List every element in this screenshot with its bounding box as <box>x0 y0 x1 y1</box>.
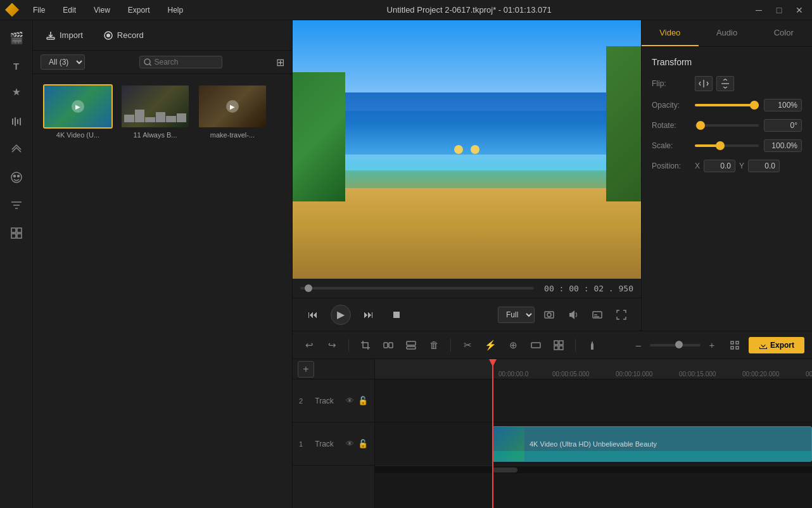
skip-forward-button[interactable]: ⏭ <box>358 305 379 325</box>
track-1-lock-icon[interactable]: 🔓 <box>358 439 368 448</box>
scrubber-bar[interactable]: 00 : 00 : 02 . 950 <box>293 279 641 298</box>
search-input[interactable] <box>155 58 218 67</box>
sidebar-icon-effects[interactable] <box>4 81 29 106</box>
media-thumb-1: ▶ <box>43 84 113 129</box>
audio-button[interactable] <box>564 305 583 324</box>
detach-button[interactable] <box>402 336 420 354</box>
minimize-button[interactable]: ─ <box>751 3 766 18</box>
scale-controls <box>695 144 759 147</box>
settings-button[interactable] <box>726 336 744 354</box>
track-2-lock-icon[interactable]: 🔓 <box>358 396 368 405</box>
flip-vertical-button[interactable] <box>716 76 734 91</box>
track-2-label: Track <box>315 397 334 405</box>
cut-button[interactable]: ✂ <box>459 336 476 354</box>
media-label-3: make-travel-... <box>210 131 255 139</box>
rotate-row: Rotate: 0° <box>652 119 802 132</box>
delete-button[interactable]: 🗑 <box>425 336 443 354</box>
tab-video[interactable]: Video <box>642 20 699 46</box>
split-button[interactable] <box>379 336 397 354</box>
maximize-button[interactable]: □ <box>771 3 787 18</box>
sidebar-icon-panels[interactable] <box>4 220 29 246</box>
media-thumb-2 <box>120 84 190 129</box>
sidebar-icon-transitions[interactable] <box>4 137 29 162</box>
sidebar-icon-text[interactable]: T <box>4 53 29 79</box>
quality-select[interactable]: Full 1/2 1/4 <box>498 307 535 323</box>
timeline-scrollbar[interactable] <box>375 466 812 473</box>
media-item-1[interactable]: ▶ 4K Video (U... <box>43 84 113 139</box>
export-button[interactable]: Export <box>749 337 804 353</box>
zoom-slider[interactable] <box>650 344 701 346</box>
scrubber-track[interactable] <box>300 287 534 289</box>
window-title: Untitled Project 2-0617.tkproj* - 01:01:… <box>387 5 552 15</box>
time-ruler: 00:00:00.0 00:00:05.000 00:00:10.000 00:… <box>375 359 812 379</box>
svg-rect-30 <box>736 346 739 349</box>
opacity-slider[interactable] <box>695 104 759 106</box>
zoom-out-button[interactable]: – <box>630 336 647 354</box>
screenshot-button[interactable] <box>540 305 559 324</box>
timeline-tracks[interactable]: 00:00:00.0 00:00:05.000 00:00:10.000 00:… <box>375 359 812 508</box>
track-2-visibility-icon[interactable]: 👁 <box>346 396 354 405</box>
grid-view-button[interactable]: ⊞ <box>276 56 284 68</box>
svg-rect-3 <box>20 118 21 125</box>
skip-back-button[interactable]: ⏮ <box>303 305 323 325</box>
marker-button[interactable] <box>583 336 601 354</box>
video-frame <box>293 20 641 279</box>
stop-button[interactable]: ⏹ <box>386 305 407 325</box>
play-button[interactable]: ▶ <box>331 305 351 325</box>
group-button[interactable] <box>550 336 568 354</box>
scrollbar-thumb[interactable] <box>492 467 517 473</box>
scale-label: Scale: <box>652 141 690 150</box>
filter-dropdown[interactable]: All (3) <box>41 54 85 70</box>
svg-rect-1 <box>15 117 16 126</box>
add-track-button[interactable]: + <box>298 361 314 378</box>
playback-buttons: ⏮ ▶ ⏭ ⏹ <box>303 305 407 325</box>
sidebar-icon-audio[interactable] <box>4 109 29 134</box>
menu-file[interactable]: File <box>29 4 49 16</box>
menu-help[interactable]: Help <box>164 4 187 16</box>
close-button[interactable]: ✕ <box>792 3 807 18</box>
sidebar-icon-stickers[interactable] <box>4 165 29 190</box>
trim-button[interactable] <box>527 336 545 354</box>
fullscreen-button[interactable] <box>612 305 631 324</box>
scrubber-thumb[interactable] <box>305 284 312 292</box>
captions-button[interactable] <box>588 305 607 324</box>
undo-button[interactable]: ↩ <box>300 336 318 354</box>
rotate-slider[interactable] <box>695 124 759 127</box>
redo-button[interactable]: ↪ <box>323 336 341 354</box>
record-button[interactable]: Record <box>98 28 149 43</box>
tab-audio[interactable]: Audio <box>699 20 756 46</box>
flip-controls <box>695 76 802 91</box>
svg-rect-27 <box>731 341 733 344</box>
position-row: Position: X 0.0 Y 0.0 <box>652 160 802 172</box>
transform-title: Transform <box>652 57 802 67</box>
opacity-controls <box>695 104 759 106</box>
add-effect-button[interactable]: ⊕ <box>504 336 522 354</box>
flip-horizontal-button[interactable] <box>695 76 713 91</box>
position-label: Position: <box>652 162 690 170</box>
enhance-button[interactable]: ⚡ <box>481 336 499 354</box>
video-clip[interactable]: 4K Video (Ultra HD) Unbelievable Beauty <box>492 426 812 462</box>
media-label-1: 4K Video (U... <box>56 131 99 139</box>
svg-rect-18 <box>384 343 388 348</box>
track-2-name: 2 <box>299 397 303 405</box>
svg-rect-23 <box>554 341 558 345</box>
crop-button[interactable] <box>357 336 374 354</box>
zoom-in-button[interactable]: + <box>703 336 721 354</box>
track-2-area <box>375 379 812 422</box>
sidebar-icon-media[interactable]: 🎬 <box>4 25 29 51</box>
playback-controls: ⏮ ▶ ⏭ ⏹ Full 1/2 1/4 <box>293 298 641 331</box>
media-item-3[interactable]: ▶ make-travel-... <box>198 84 267 139</box>
scale-slider[interactable] <box>695 144 759 147</box>
import-button[interactable]: Import <box>41 28 88 43</box>
track-1-visibility-icon[interactable]: 👁 <box>346 439 354 448</box>
tab-color[interactable]: Color <box>755 20 812 46</box>
menu-export[interactable]: Export <box>124 4 154 16</box>
search-icon <box>144 58 152 67</box>
media-item-2[interactable]: 11 Always B... <box>120 84 190 139</box>
media-thumb-3: ▶ <box>198 84 267 129</box>
menu-view[interactable]: View <box>90 4 114 16</box>
track-1-name: 1 <box>299 440 303 448</box>
menu-edit[interactable]: Edit <box>59 4 80 16</box>
sidebar-icon-filters[interactable] <box>4 193 29 218</box>
preview-canvas <box>293 20 641 279</box>
